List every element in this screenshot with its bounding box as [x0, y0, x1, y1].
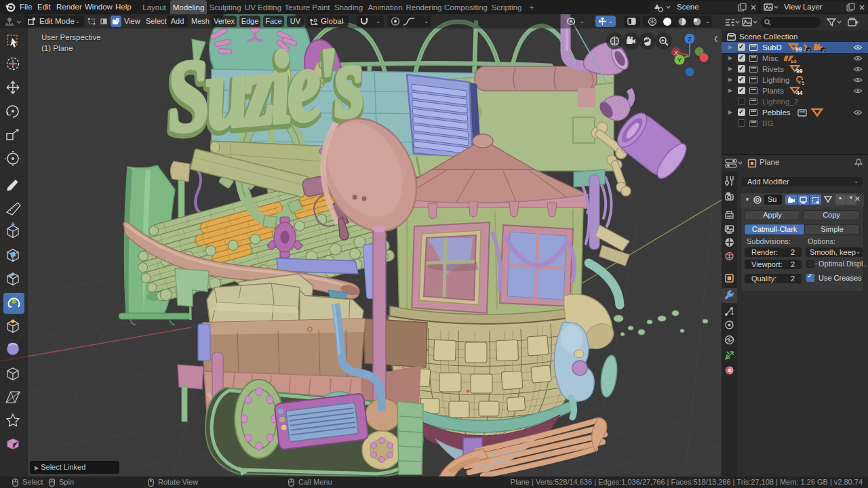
- svg-text:Y: Y: [677, 57, 682, 64]
- svg-text:10: 10: [791, 58, 797, 64]
- svg-text:Z: Z: [688, 36, 692, 43]
- svg-text:99: 99: [796, 68, 803, 74]
- svg-text:99: 99: [795, 46, 802, 52]
- svg-text:2: 2: [807, 47, 810, 53]
- svg-text:5: 5: [802, 80, 805, 85]
- svg-text:44: 44: [796, 89, 803, 96]
- svg-text:X: X: [674, 49, 678, 56]
- svg-text:2: 2: [822, 47, 825, 53]
